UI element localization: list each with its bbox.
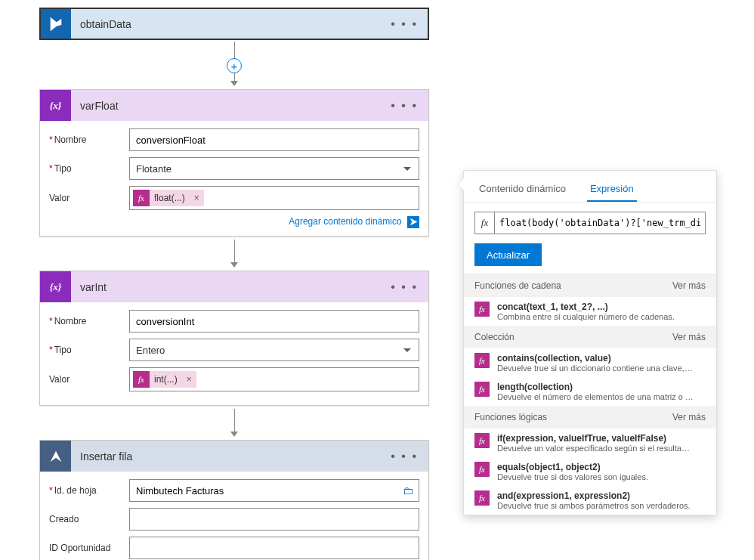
see-more-link[interactable]: Ver más bbox=[672, 412, 706, 422]
fx-icon: fx bbox=[133, 190, 150, 206]
tab-dynamic-content[interactable]: Contenido dinámico bbox=[476, 177, 569, 202]
fx-icon: fx bbox=[474, 302, 490, 317]
name-input[interactable] bbox=[129, 128, 419, 151]
variable-icon: {x} bbox=[40, 90, 71, 121]
section-title: Funciones lógicas bbox=[474, 412, 547, 422]
smartsheet-icon bbox=[40, 441, 71, 472]
field-label-type: *Tipo bbox=[49, 345, 129, 355]
action-insert-row: Insertar fila • • • *Id. de hoja 🗀 Cread… bbox=[39, 440, 429, 560]
action-title: Insertar fila bbox=[71, 450, 388, 463]
expression-token[interactable]: fx float(...) × bbox=[133, 190, 204, 206]
function-title: contains(collection, value) bbox=[497, 353, 694, 364]
flow-canvas: obtainData • • • + {x} varFloat • • • *N… bbox=[0, 0, 468, 560]
fx-icon: fx bbox=[474, 382, 490, 397]
expression-input[interactable] bbox=[494, 212, 706, 234]
function-title: if(expression, valueIfTrue, valueIfFalse… bbox=[497, 433, 694, 444]
dynamic-content-link-row: Agregar contenido dinámico ⮞ bbox=[49, 216, 419, 228]
add-step-button[interactable]: + bbox=[227, 58, 242, 73]
function-item[interactable]: fxconcat(text_1, text_2?, ...)Combina en… bbox=[464, 297, 716, 326]
more-icon[interactable]: • • • bbox=[388, 447, 421, 466]
action-body: *Id. de hoja 🗀 Creado ID Oportunidad Núm… bbox=[40, 472, 428, 560]
flyout-tabs: Contenido dinámico Expresión bbox=[464, 171, 716, 203]
field-label-created: Creado bbox=[49, 514, 129, 524]
created-input[interactable] bbox=[129, 508, 419, 531]
action-title: varFloat bbox=[71, 100, 388, 112]
action-varFloat: {x} varFloat • • • *Nombre *Tipo Flotant… bbox=[39, 89, 429, 237]
function-item[interactable]: fxif(expression, valueIfTrue, valueIfFal… bbox=[464, 429, 716, 457]
function-description: Combina entre sí cualquier número de cad… bbox=[497, 312, 675, 321]
more-icon[interactable]: • • • bbox=[388, 96, 421, 116]
more-icon[interactable]: • • • bbox=[388, 277, 421, 297]
sheet-id-input[interactable] bbox=[129, 479, 419, 502]
field-label-name: *Nombre bbox=[49, 316, 129, 326]
field-label-value: Valor bbox=[49, 374, 129, 385]
picker-icon[interactable]: 🗀 bbox=[403, 484, 413, 497]
oppid-input[interactable] bbox=[129, 537, 419, 559]
action-header[interactable]: {x} varInt • • • bbox=[40, 271, 428, 302]
value-input[interactable]: fx int(...) × bbox=[129, 367, 419, 391]
connector-arrow: + bbox=[0, 42, 468, 86]
field-label-oppid: ID Oportunidad bbox=[49, 543, 129, 553]
section-title: Colección bbox=[474, 332, 515, 342]
function-title: length(collection) bbox=[497, 382, 694, 392]
type-select[interactable]: Flotante bbox=[129, 157, 419, 180]
function-title: and(expression1, expression2) bbox=[497, 490, 691, 501]
variable-icon: {x} bbox=[40, 271, 71, 302]
update-button[interactable]: Actualizar bbox=[474, 243, 542, 266]
see-more-link[interactable]: Ver más bbox=[672, 332, 706, 342]
function-description: Devuelve un valor especificado según si … bbox=[497, 444, 694, 453]
field-label-name: *Nombre bbox=[49, 135, 129, 145]
connector-arrow bbox=[0, 240, 468, 268]
function-section-header: Funciones lógicasVer más bbox=[464, 406, 716, 429]
action-varInt: {x} varInt • • • *Nombre *Tipo Entero Va… bbox=[39, 271, 429, 406]
function-item[interactable]: fxand(expression1, expression2)Devuelve … bbox=[464, 486, 716, 515]
type-select[interactable]: Entero bbox=[129, 339, 419, 361]
expression-token[interactable]: fx int(...) × bbox=[133, 371, 196, 388]
function-description: Devuelve true si ambos parámetros son ve… bbox=[497, 501, 691, 510]
action-title: obtainData bbox=[71, 18, 388, 30]
fx-icon: fx bbox=[474, 353, 490, 368]
remove-token-button[interactable]: × bbox=[190, 193, 204, 203]
function-item[interactable]: fxequals(object1, object2)Devuelve true … bbox=[464, 457, 716, 486]
remove-token-button[interactable]: × bbox=[182, 374, 196, 385]
function-description: Devuelve el número de elementos de una m… bbox=[497, 392, 694, 401]
action-header[interactable]: {x} varFloat • • • bbox=[40, 90, 428, 121]
action-header[interactable]: obtainData • • • bbox=[40, 8, 428, 39]
field-label-sheetid: *Id. de hoja bbox=[49, 485, 129, 496]
dynamics-icon bbox=[40, 8, 71, 39]
expression-flyout: Contenido dinámico Expresión fx Actualiz… bbox=[463, 170, 717, 515]
function-section-header: Funciones de cadenaVer más bbox=[464, 274, 716, 297]
action-header[interactable]: Insertar fila • • • bbox=[40, 441, 428, 472]
action-body: *Nombre *Tipo Flotante Valor fx float(..… bbox=[40, 121, 428, 236]
see-more-link[interactable]: Ver más bbox=[672, 280, 706, 291]
field-label-type: *Tipo bbox=[49, 163, 129, 174]
function-title: equals(object1, object2) bbox=[497, 462, 648, 472]
fx-icon: fx bbox=[474, 212, 494, 234]
function-description: Devuelve true si dos valores son iguales… bbox=[497, 472, 648, 481]
function-description: Devuelve true si un diccionario contiene… bbox=[497, 364, 694, 373]
section-title: Funciones de cadena bbox=[474, 280, 561, 291]
flyout-beak bbox=[458, 178, 464, 190]
more-icon[interactable]: • • • bbox=[388, 14, 421, 34]
tab-expression[interactable]: Expresión bbox=[587, 177, 637, 202]
function-section-header: ColecciónVer más bbox=[464, 326, 716, 348]
action-body: *Nombre *Tipo Entero Valor fx int(...) × bbox=[40, 302, 428, 405]
function-list[interactable]: Funciones de cadenaVer másfxconcat(text_… bbox=[464, 274, 716, 515]
action-title: varInt bbox=[71, 281, 388, 293]
expression-input-row: fx bbox=[464, 203, 716, 243]
field-label-value: Valor bbox=[49, 193, 129, 203]
connector-arrow bbox=[0, 409, 468, 437]
action-obtainData[interactable]: obtainData • • • bbox=[39, 8, 429, 39]
fx-icon: fx bbox=[474, 433, 490, 448]
name-input[interactable] bbox=[129, 310, 419, 333]
fx-icon: fx bbox=[474, 462, 490, 477]
function-title: concat(text_1, text_2?, ...) bbox=[497, 302, 675, 312]
function-item[interactable]: fxlength(collection)Devuelve el número d… bbox=[464, 377, 716, 406]
fx-icon: fx bbox=[474, 490, 490, 506]
fx-icon: fx bbox=[133, 371, 150, 388]
dynamic-content-toggle[interactable]: ⮞ bbox=[407, 216, 419, 228]
add-dynamic-content-link[interactable]: Agregar contenido dinámico bbox=[289, 216, 401, 227]
function-item[interactable]: fxcontains(collection, value)Devuelve tr… bbox=[464, 348, 716, 377]
value-input[interactable]: fx float(...) × bbox=[129, 186, 419, 210]
